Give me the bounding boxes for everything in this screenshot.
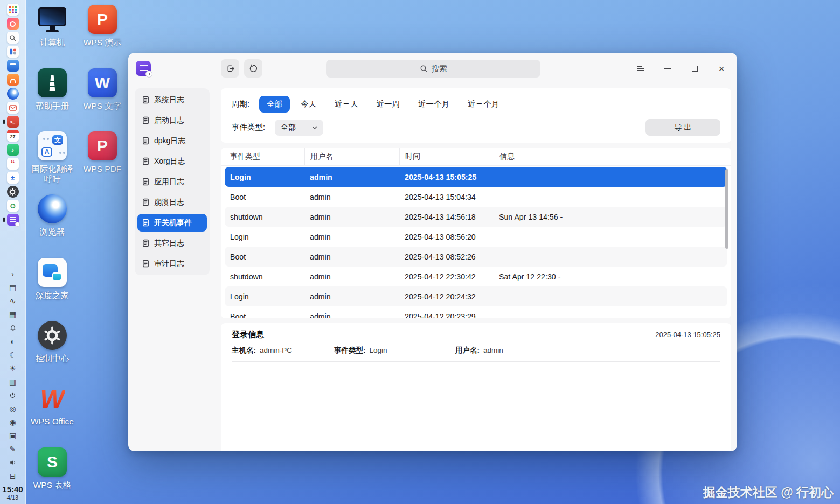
search-input[interactable]: 搜索: [326, 60, 540, 78]
table-row[interactable]: Boot admin 2025-04-12 20:23:29: [225, 306, 727, 318]
control-center-dock-icon[interactable]: [7, 186, 19, 198]
control-center-icon: [37, 320, 67, 351]
window-menu-button[interactable]: [633, 60, 649, 76]
desktop-icon-help-manual[interactable]: 帮助手册: [27, 68, 77, 111]
col-time[interactable]: 时间: [399, 148, 494, 165]
sidebar-item-audit-log[interactable]: 审计日志: [137, 255, 207, 272]
period-today[interactable]: 今天: [293, 96, 324, 113]
expand-icon[interactable]: ›: [8, 269, 18, 279]
log-viewer-dock-icon[interactable]: [7, 214, 19, 226]
event-type-dropdown[interactable]: 全部: [275, 120, 323, 136]
screenshot-icon[interactable]: ▣: [8, 431, 18, 440]
desktop-icon-wps-presentation[interactable]: P WPS 演示: [78, 4, 127, 47]
grand-search-icon[interactable]: [7, 32, 19, 44]
desktop-icon-label: 深度之家: [36, 290, 69, 300]
sidebar-item-xorg-log[interactable]: Xorg日志: [137, 152, 207, 170]
chevron-down-icon: [312, 126, 317, 129]
maximize-button[interactable]: [686, 60, 703, 76]
desktop-icon-deepin-home[interactable]: 深度之家: [27, 257, 77, 300]
desktop-icon-wps-office[interactable]: W WPS Office: [27, 383, 77, 426]
titlebar[interactable]: 搜索 ×: [128, 53, 737, 84]
col-info[interactable]: 信息: [494, 148, 731, 165]
log-icon: [142, 137, 150, 145]
table-row[interactable]: Login admin 2025-04-13 08:56:20: [225, 227, 727, 247]
computer-icon: [37, 4, 67, 34]
table-header[interactable]: 事件类型 用户名 时间 信息: [221, 148, 731, 166]
detail-field-hostname: 主机名: admin-PC: [232, 346, 334, 355]
wps-presentation-icon: P: [87, 4, 117, 34]
minimize-button[interactable]: [659, 60, 676, 76]
brightness-icon[interactable]: ☀: [8, 363, 18, 373]
shutdown-icon[interactable]: [8, 390, 18, 400]
log-icon: [142, 219, 150, 227]
search-icon: [420, 65, 428, 73]
file-manager-icon[interactable]: [7, 60, 19, 72]
night-mode-icon[interactable]: ☾: [8, 350, 18, 360]
period-1month[interactable]: 近一个月: [411, 96, 457, 113]
period-all[interactable]: 全部: [259, 96, 290, 113]
deepin-assistant-icon[interactable]: [7, 18, 19, 30]
table-row[interactable]: Login admin 2025-04-12 20:24:32: [225, 286, 727, 306]
voice-notes-icon[interactable]: “: [7, 158, 19, 170]
close-button[interactable]: ×: [713, 60, 730, 76]
table-row[interactable]: shutdown admin 2025-04-13 14:56:18 Sun A…: [225, 207, 727, 227]
desktop-icon-wps-spreadsheet[interactable]: S WPS 表格: [27, 447, 77, 490]
watermark: 掘金技术社区 @ 行初心: [703, 484, 834, 501]
table-scrollbar[interactable]: [725, 169, 728, 249]
table-row[interactable]: Login admin 2025-04-13 15:05:25: [225, 167, 727, 187]
calculator-icon[interactable]: ±: [7, 172, 19, 184]
search-label: 搜索: [432, 64, 447, 74]
screen-recorder-icon[interactable]: ◉: [8, 417, 18, 427]
sidebar-item-system-log[interactable]: 系统日志: [137, 91, 207, 109]
desktop-icon-control-center[interactable]: 控制中心: [27, 320, 77, 363]
sidebar-item-app-log[interactable]: 应用日志: [137, 173, 207, 191]
keyboard-layout-icon[interactable]: ▦: [8, 310, 18, 319]
period-1week[interactable]: 近一周: [369, 96, 408, 113]
desktop-icon-label: WPS 表格: [33, 480, 72, 490]
clipboard-icon[interactable]: ▤: [8, 283, 18, 292]
desktop-icon-wps-pdf[interactable]: P WPS PDF: [78, 131, 127, 174]
export-log-button[interactable]: [221, 59, 239, 78]
terminal-icon[interactable]: >_: [7, 116, 19, 128]
desktop-icon-wps-writer[interactable]: W WPS 文字: [78, 68, 127, 111]
browser-dock-icon[interactable]: [7, 88, 19, 100]
eye-comfort-icon[interactable]: ◐: [8, 337, 18, 346]
notification-bell-icon[interactable]: [8, 323, 18, 333]
desktop-icon-computer[interactable]: 计算机: [27, 4, 77, 47]
mail-icon[interactable]: [7, 102, 19, 114]
table-row[interactable]: Boot admin 2025-04-13 08:52:26: [225, 247, 727, 267]
sidebar-item-power-events[interactable]: 开关机事件: [137, 214, 207, 232]
sidebar-item-other-log[interactable]: 其它日志: [137, 234, 207, 252]
refresh-button[interactable]: [244, 59, 262, 78]
music-icon[interactable]: ♪: [7, 144, 19, 156]
col-event-type[interactable]: 事件类型: [221, 148, 304, 165]
wps-pdf-icon: P: [87, 131, 117, 161]
sidebar-item-crash-log[interactable]: 崩溃日志: [137, 193, 207, 211]
desktop-icon-label: WPS 演示: [84, 37, 122, 47]
export-button[interactable]: 导 出: [645, 119, 720, 136]
trash-icon[interactable]: ♻: [7, 200, 19, 212]
table-row[interactable]: Boot admin 2025-04-13 15:04:34: [225, 187, 727, 207]
sidebar-item-dpkg-log[interactable]: dpkg日志: [137, 132, 207, 150]
sidebar-item-boot-log[interactable]: 启动日志: [137, 111, 207, 129]
onboard-keyboard-icon[interactable]: ▥: [8, 377, 18, 387]
quote-glyph: “: [10, 156, 15, 172]
period-3months[interactable]: 近三个月: [460, 96, 506, 113]
launcher-icon[interactable]: [7, 4, 19, 16]
table-row[interactable]: shutdown admin 2025-04-12 22:30:42 Sat A…: [225, 267, 727, 286]
multitask-view-icon[interactable]: ⊟: [8, 471, 18, 481]
col-username[interactable]: 用户名: [304, 148, 399, 165]
dock-mode-icon[interactable]: ◎: [8, 404, 18, 414]
desktop-icon-label: 国际化翻译呼吁: [27, 164, 77, 184]
detail-title: 登录信息: [232, 330, 264, 340]
desktop-icon-i18n-translation[interactable]: 文A 国际化翻译呼吁: [27, 131, 77, 184]
calendar-icon[interactable]: 27: [7, 130, 19, 142]
volume-icon[interactable]: [8, 458, 18, 467]
app-store-icon[interactable]: [7, 74, 19, 86]
desktop-icon-browser[interactable]: 浏览器: [27, 194, 77, 237]
color-picker-icon[interactable]: ✎: [8, 444, 18, 454]
desktop-icon-label: 控制中心: [36, 353, 69, 363]
system-monitor-icon[interactable]: ∿: [8, 296, 18, 306]
period-3days[interactable]: 近三天: [327, 96, 366, 113]
widgets-icon[interactable]: [7, 46, 19, 58]
